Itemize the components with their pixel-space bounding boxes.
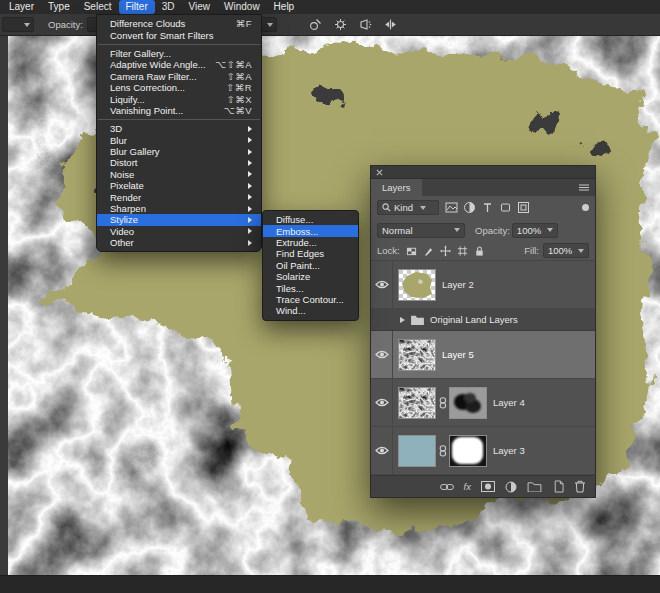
new-group-button[interactable]: [527, 481, 542, 492]
menu-window[interactable]: Window: [217, 0, 267, 14]
filter-menu-item-other[interactable]: Other: [97, 237, 261, 248]
delete-layer-button[interactable]: [574, 480, 586, 493]
menu-item-label: Trace Contour...: [276, 294, 344, 305]
stylize-item-emboss[interactable]: Emboss...: [263, 225, 358, 236]
pixel-layers-icon[interactable]: [445, 201, 458, 214]
link-layers-button[interactable]: [440, 483, 454, 491]
filter-menu-item-pixelate[interactable]: Pixelate: [97, 180, 261, 191]
close-icon[interactable]: [376, 169, 383, 176]
layer-mask-thumbnail[interactable]: [450, 388, 486, 418]
layer-row-layer-4[interactable]: Layer 4: [371, 379, 595, 427]
visibility-toggle[interactable]: [371, 427, 393, 474]
menu-item-label: Adaptive Wide Angle...: [110, 59, 206, 70]
filter-menu-item-noise[interactable]: Noise: [97, 169, 261, 180]
filter-menu-item-filter-gallery[interactable]: Filter Gallery...: [97, 48, 261, 59]
lock-image-icon[interactable]: [423, 245, 434, 257]
filter-menu-item-sharpen[interactable]: Sharpen: [97, 203, 261, 214]
layer-row-layer-3[interactable]: Layer 3: [371, 427, 595, 475]
panel-menu-button[interactable]: [573, 179, 595, 196]
link-layers-icon: [440, 483, 454, 491]
filter-menu-item-difference-clouds[interactable]: Difference Clouds ⌘F: [97, 18, 261, 29]
filter-menu-item-stylize[interactable]: Stylize: [97, 214, 261, 225]
stylize-item-diffuse[interactable]: Diffuse...: [263, 214, 358, 225]
stylize-item-trace-contour[interactable]: Trace Contour...: [263, 294, 358, 305]
lock-all-icon[interactable]: [474, 245, 485, 257]
filter-menu-item-convert-smart-filters[interactable]: Convert for Smart Filters: [97, 29, 261, 40]
filter-menu-item-lens-correction[interactable]: Lens Correction... ⇧⌘R: [97, 82, 261, 93]
layer-name[interactable]: Layer 3: [493, 445, 525, 456]
visibility-toggle[interactable]: [371, 261, 393, 308]
menu-help[interactable]: Help: [267, 0, 302, 14]
stylize-item-oil-paint[interactable]: Oil Paint...: [263, 260, 358, 271]
filter-toggle[interactable]: [582, 204, 589, 211]
lock-position-icon[interactable]: [440, 245, 451, 257]
lock-transparency-icon[interactable]: [406, 245, 417, 257]
fill-dropdown[interactable]: 100%: [543, 243, 589, 258]
airbrush-icon[interactable]: [359, 18, 372, 31]
filter-menu-item-blur-gallery[interactable]: Blur Gallery: [97, 146, 261, 157]
layer-thumbnail[interactable]: [399, 340, 435, 370]
kind-label: Kind: [394, 202, 413, 213]
filter-menu-item-3d[interactable]: 3D: [97, 123, 261, 134]
stylize-submenu: Diffuse... Emboss... Extrude... Find Edg…: [262, 210, 359, 321]
visibility-toggle[interactable]: [371, 331, 393, 378]
menu-layer[interactable]: Layer: [2, 0, 41, 14]
filter-menu-item-adaptive-wide-angle[interactable]: Adaptive Wide Angle... ⌥⇧⌘A: [97, 59, 261, 70]
blend-mode-dropdown[interactable]: Normal: [377, 223, 465, 238]
panel-menu-icon: [579, 184, 589, 191]
smart-object-icon[interactable]: [517, 201, 530, 214]
filter-menu-item-video[interactable]: Video: [97, 226, 261, 237]
butterfly-glyph: [384, 18, 397, 31]
shape-layers-icon[interactable]: [499, 201, 512, 214]
layer-name[interactable]: Layer 2: [442, 279, 474, 290]
layer-row-layer-2[interactable]: Layer 2: [371, 261, 595, 309]
stylize-item-solarize[interactable]: Solarize: [263, 271, 358, 282]
filter-menu-item-distort[interactable]: Distort: [97, 157, 261, 168]
type-layers-icon[interactable]: [481, 201, 494, 214]
tool-preset-dropdown[interactable]: [2, 17, 34, 32]
menu-item-label: 3D: [110, 123, 122, 134]
layer-group-row-original-land-layers[interactable]: Original Land Layers: [371, 309, 595, 331]
filter-menu-item-blur[interactable]: Blur: [97, 135, 261, 146]
visibility-toggle[interactable]: [371, 379, 393, 426]
stylize-item-wind[interactable]: Wind...: [263, 305, 358, 316]
new-adjustment-layer-button[interactable]: [505, 481, 517, 493]
stylize-item-find-edges[interactable]: Find Edges: [263, 248, 358, 259]
filter-menu-item-liquify[interactable]: Liquify... ⇧⌘X: [97, 93, 261, 104]
layer-mask-thumbnail[interactable]: [450, 436, 486, 466]
kind-filter-dropdown[interactable]: Kind: [377, 200, 439, 215]
symmetry-icon[interactable]: [384, 18, 397, 31]
smoothing-gear-icon[interactable]: [334, 18, 347, 31]
visibility-toggle[interactable]: [371, 309, 393, 330]
panel-tabbar: Layers: [371, 179, 595, 196]
tab-layers[interactable]: Layers: [371, 179, 422, 196]
menu-filter[interactable]: Filter: [119, 0, 155, 14]
layer-thumbnail[interactable]: [399, 388, 435, 418]
filter-menu-item-render[interactable]: Render: [97, 191, 261, 202]
filter-menu-item-camera-raw[interactable]: Camera Raw Filter... ⇧⌘A: [97, 71, 261, 82]
filter-menu-item-vanishing-point[interactable]: Vanishing Point... ⌥⌘V: [97, 105, 261, 116]
mask-link-icon[interactable]: [439, 397, 447, 409]
pressure-opacity-icon[interactable]: [309, 18, 322, 31]
menu-view[interactable]: View: [182, 0, 218, 14]
menu-type[interactable]: Type: [41, 0, 77, 14]
add-layer-mask-button[interactable]: [481, 481, 495, 492]
menu-item-label: Extrude...: [276, 237, 317, 248]
disclosure-triangle-icon[interactable]: [400, 317, 405, 323]
stylize-item-extrude[interactable]: Extrude...: [263, 237, 358, 248]
menu-3d[interactable]: 3D: [155, 0, 182, 14]
stylize-item-tiles[interactable]: Tiles...: [263, 282, 358, 293]
mask-link-icon[interactable]: [439, 445, 447, 457]
group-name[interactable]: Original Land Layers: [430, 314, 518, 325]
lock-artboard-icon[interactable]: [457, 245, 468, 257]
layer-thumbnail[interactable]: [399, 436, 435, 466]
menu-select[interactable]: Select: [77, 0, 119, 14]
menu-item-label: Stylize: [110, 214, 138, 225]
layer-name[interactable]: Layer 5: [442, 349, 474, 360]
layer-thumbnail[interactable]: [399, 270, 435, 300]
new-layer-button[interactable]: [552, 480, 564, 493]
layer-row-layer-5[interactable]: Layer 5: [371, 331, 595, 379]
layer-opacity-dropdown[interactable]: 100%: [512, 223, 558, 238]
adjustment-layers-icon[interactable]: [463, 201, 476, 214]
layer-name[interactable]: Layer 4: [493, 397, 525, 408]
